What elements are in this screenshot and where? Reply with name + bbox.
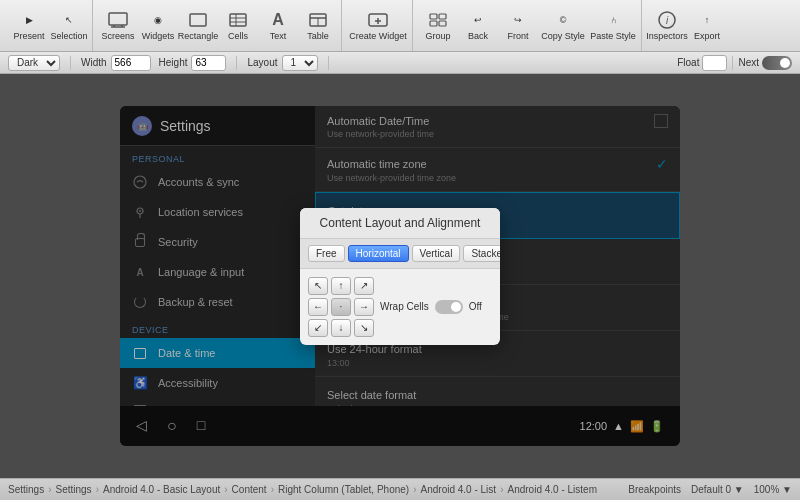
arrow-row-2: ↙ ↓ ↘ xyxy=(308,319,374,337)
inspectors-icon: i xyxy=(656,11,678,29)
screens-icon xyxy=(107,11,129,29)
svg-rect-17 xyxy=(430,21,437,26)
svg-rect-4 xyxy=(190,14,206,26)
paste-style-label: Paste Style xyxy=(590,31,636,41)
breadcrumb-4[interactable]: Right Column (Tablet, Phone) xyxy=(278,484,409,495)
export-label: Export xyxy=(694,31,720,41)
popup-overlay[interactable]: Content Layout and Alignment Free Horizo… xyxy=(120,106,680,446)
svg-text:i: i xyxy=(666,15,669,26)
float-input[interactable] xyxy=(702,55,727,71)
arrow-row-0: ↖ ↑ ↗ xyxy=(308,277,374,295)
default-label[interactable]: Default 0 ▼ xyxy=(691,484,744,495)
android-frame: 🤖 Settings PERSONAL Accounts & sync Loca… xyxy=(120,106,680,446)
divider-2 xyxy=(236,56,237,70)
svg-rect-0 xyxy=(109,13,127,25)
present-icon: ▶ xyxy=(18,11,40,29)
height-input[interactable] xyxy=(191,55,226,71)
table-label: Table xyxy=(307,31,329,41)
arrow-bottomright[interactable]: ↘ xyxy=(354,319,374,337)
status-right: Breakpoints Default 0 ▼ 100% ▼ xyxy=(628,484,792,495)
present-label: Present xyxy=(13,31,44,41)
breadcrumb-2[interactable]: Android 4.0 - Basic Layout xyxy=(103,484,220,495)
widgets-label: Widgets xyxy=(142,31,175,41)
breadcrumb: Settings › Settings › Android 4.0 - Basi… xyxy=(8,484,597,495)
layout-item: Layout 1 xyxy=(247,55,317,71)
svg-rect-5 xyxy=(230,14,246,26)
arrow-row-1: ← · → xyxy=(308,298,374,316)
width-input[interactable] xyxy=(111,55,151,71)
arrow-topleft[interactable]: ↖ xyxy=(308,277,328,295)
breadcrumb-5[interactable]: Android 4.0 - List xyxy=(421,484,497,495)
arrow-center[interactable]: · xyxy=(331,298,351,316)
paste-style-button[interactable]: ⑃ Paste Style xyxy=(589,4,637,48)
height-label: Height xyxy=(159,57,188,68)
paste-style-icon: ⑃ xyxy=(602,11,624,29)
selection-button[interactable]: ↖ Selection xyxy=(50,4,88,48)
popup-tab-stacked[interactable]: Stacked xyxy=(463,245,500,262)
toolbar-elements-group: Screens ◉ Widgets Rectangle Cells A Text xyxy=(95,0,342,51)
arrow-topright[interactable]: ↗ xyxy=(354,277,374,295)
screens-label: Screens xyxy=(101,31,134,41)
copy-style-icon: © xyxy=(552,11,574,29)
group-button[interactable]: Group xyxy=(419,4,457,48)
width-item: Width xyxy=(81,55,151,71)
front-button[interactable]: ↪ Front xyxy=(499,4,537,48)
popup-title: Content Layout and Alignment xyxy=(300,208,500,239)
dark-select[interactable]: Dark xyxy=(8,55,60,71)
create-widget-button[interactable]: Create Widget xyxy=(348,4,408,48)
text-icon: A xyxy=(267,11,289,29)
arrow-top[interactable]: ↑ xyxy=(331,277,351,295)
wrap-cells-row: Wrap Cells Off xyxy=(380,300,482,314)
copy-style-button[interactable]: © Copy Style xyxy=(539,4,587,48)
toolbar-present-group: ▶ Present ↖ Selection xyxy=(6,0,93,51)
wrap-off-label: Off xyxy=(469,301,482,312)
layout-label: Layout xyxy=(247,57,277,68)
table-button[interactable]: Table xyxy=(299,4,337,48)
popup-tab-horizontal[interactable]: Horizontal xyxy=(348,245,409,262)
breadcrumb-1[interactable]: Settings xyxy=(55,484,91,495)
present-button[interactable]: ▶ Present xyxy=(10,4,48,48)
top-toolbar: ▶ Present ↖ Selection Screens ◉ Widgets … xyxy=(0,0,800,52)
front-label: Front xyxy=(507,31,528,41)
text-button[interactable]: A Text xyxy=(259,4,297,48)
breadcrumb-0[interactable]: Settings xyxy=(8,484,44,495)
main-area: 🤖 Settings PERSONAL Accounts & sync Loca… xyxy=(0,74,800,478)
zoom-label[interactable]: 100% ▼ xyxy=(754,484,792,495)
next-toggle[interactable] xyxy=(762,56,792,70)
screens-button[interactable]: Screens xyxy=(99,4,137,48)
svg-rect-15 xyxy=(430,14,437,19)
next-toggle-handle xyxy=(780,58,790,68)
create-widget-label: Create Widget xyxy=(349,31,407,41)
arrow-right[interactable]: → xyxy=(354,298,374,316)
export-button[interactable]: ↑ Export xyxy=(688,4,726,48)
layout-select[interactable]: 1 xyxy=(282,55,318,71)
widgets-icon: ◉ xyxy=(147,11,169,29)
export-icon: ↑ xyxy=(696,11,718,29)
arrow-bottom[interactable]: ↓ xyxy=(331,319,351,337)
back-button[interactable]: ↩ Back xyxy=(459,4,497,48)
second-toolbar: Dark Width Height Layout 1 Float Next xyxy=(0,52,800,74)
group-icon xyxy=(427,11,449,29)
selection-label: Selection xyxy=(50,31,87,41)
arrow-bottomleft[interactable]: ↙ xyxy=(308,319,328,337)
cells-button[interactable]: Cells xyxy=(219,4,257,48)
float-label: Float xyxy=(677,57,699,68)
arrow-left[interactable]: ← xyxy=(308,298,328,316)
popup-tab-free[interactable]: Free xyxy=(308,245,345,262)
popup-tab-vertical[interactable]: Vertical xyxy=(412,245,461,262)
popup-body: ↖ ↑ ↗ ← · → ↙ ↓ ↘ xyxy=(300,269,500,345)
widgets-button[interactable]: ◉ Widgets xyxy=(139,4,177,48)
back-icon: ↩ xyxy=(467,11,489,29)
width-label: Width xyxy=(81,57,107,68)
inspectors-button[interactable]: i Inspectors xyxy=(648,4,686,48)
rectangle-button[interactable]: Rectangle xyxy=(179,4,217,48)
breadcrumb-6[interactable]: Android 4.0 - Listem xyxy=(507,484,597,495)
breadcrumb-3[interactable]: Content xyxy=(232,484,267,495)
wrap-cells-label: Wrap Cells xyxy=(380,301,429,312)
popup-dialog: Content Layout and Alignment Free Horizo… xyxy=(300,208,500,345)
wrap-toggle[interactable] xyxy=(435,300,463,314)
popup-tabs: Free Horizontal Vertical Stacked xyxy=(300,239,500,269)
front-icon: ↪ xyxy=(507,11,529,29)
svg-rect-16 xyxy=(439,14,446,19)
cells-icon xyxy=(227,11,249,29)
